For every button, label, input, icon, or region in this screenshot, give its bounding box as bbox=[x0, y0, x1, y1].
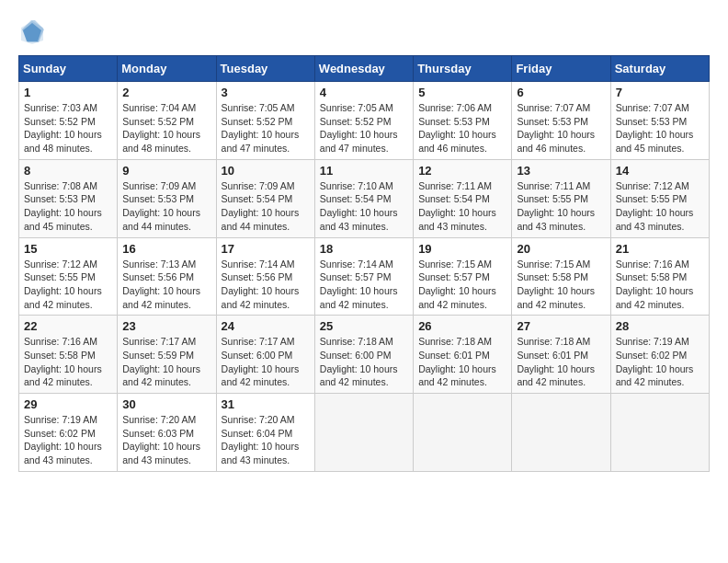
day-cell-26: 26Sunrise: 7:18 AM Sunset: 6:01 PM Dayli… bbox=[414, 316, 512, 394]
day-info: Sunrise: 7:15 AM Sunset: 5:58 PM Dayligh… bbox=[517, 258, 605, 312]
day-info: Sunrise: 7:15 AM Sunset: 5:57 PM Dayligh… bbox=[418, 258, 506, 312]
day-number: 18 bbox=[320, 242, 408, 256]
day-cell-25: 25Sunrise: 7:18 AM Sunset: 6:00 PM Dayli… bbox=[314, 316, 413, 394]
day-cell-3: 3Sunrise: 7:05 AM Sunset: 5:52 PM Daylig… bbox=[216, 82, 314, 160]
day-info: Sunrise: 7:03 AM Sunset: 5:52 PM Dayligh… bbox=[24, 101, 112, 155]
calendar-week-5: 29Sunrise: 7:19 AM Sunset: 6:02 PM Dayli… bbox=[19, 394, 710, 472]
calendar-week-4: 22Sunrise: 7:16 AM Sunset: 5:58 PM Dayli… bbox=[19, 316, 710, 394]
calendar-header: SundayMondayTuesdayWednesdayThursdayFrid… bbox=[19, 56, 710, 82]
day-cell-18: 18Sunrise: 7:14 AM Sunset: 5:57 PM Dayli… bbox=[314, 237, 413, 316]
empty-cell bbox=[414, 394, 512, 472]
day-info: Sunrise: 7:16 AM Sunset: 5:58 PM Dayligh… bbox=[24, 335, 112, 389]
day-cell-8: 8Sunrise: 7:08 AM Sunset: 5:53 PM Daylig… bbox=[19, 159, 118, 237]
day-number: 12 bbox=[418, 164, 506, 178]
day-cell-16: 16Sunrise: 7:13 AM Sunset: 5:56 PM Dayli… bbox=[118, 237, 216, 316]
day-number: 30 bbox=[122, 397, 210, 411]
day-number: 24 bbox=[222, 319, 310, 333]
day-cell-11: 11Sunrise: 7:10 AM Sunset: 5:54 PM Dayli… bbox=[314, 159, 413, 237]
day-header-saturday: Saturday bbox=[610, 56, 709, 82]
day-info: Sunrise: 7:12 AM Sunset: 5:55 PM Dayligh… bbox=[24, 258, 112, 312]
calendar-week-2: 8Sunrise: 7:08 AM Sunset: 5:53 PM Daylig… bbox=[19, 159, 710, 237]
logo-icon bbox=[18, 18, 46, 46]
empty-cell bbox=[512, 394, 610, 472]
day-header-thursday: Thursday bbox=[414, 56, 512, 82]
day-header-wednesday: Wednesday bbox=[314, 56, 413, 82]
day-number: 22 bbox=[24, 319, 112, 333]
calendar-week-1: 1Sunrise: 7:03 AM Sunset: 5:52 PM Daylig… bbox=[19, 82, 710, 160]
day-cell-27: 27Sunrise: 7:18 AM Sunset: 6:01 PM Dayli… bbox=[512, 316, 610, 394]
empty-cell bbox=[314, 394, 413, 472]
day-number: 14 bbox=[616, 164, 704, 178]
day-info: Sunrise: 7:17 AM Sunset: 5:59 PM Dayligh… bbox=[122, 335, 210, 389]
calendar-week-3: 15Sunrise: 7:12 AM Sunset: 5:55 PM Dayli… bbox=[19, 237, 710, 316]
day-info: Sunrise: 7:08 AM Sunset: 5:53 PM Dayligh… bbox=[24, 179, 112, 234]
day-cell-17: 17Sunrise: 7:14 AM Sunset: 5:56 PM Dayli… bbox=[216, 237, 314, 316]
day-number: 27 bbox=[517, 319, 605, 333]
day-info: Sunrise: 7:11 AM Sunset: 5:55 PM Dayligh… bbox=[517, 179, 605, 234]
day-number: 17 bbox=[222, 242, 310, 256]
day-info: Sunrise: 7:18 AM Sunset: 6:01 PM Dayligh… bbox=[517, 335, 605, 389]
day-cell-6: 6Sunrise: 7:07 AM Sunset: 5:53 PM Daylig… bbox=[512, 82, 610, 160]
day-cell-12: 12Sunrise: 7:11 AM Sunset: 5:54 PM Dayli… bbox=[414, 159, 512, 237]
day-cell-28: 28Sunrise: 7:19 AM Sunset: 6:02 PM Dayli… bbox=[610, 316, 709, 394]
day-cell-7: 7Sunrise: 7:07 AM Sunset: 5:53 PM Daylig… bbox=[610, 82, 709, 160]
day-info: Sunrise: 7:11 AM Sunset: 5:54 PM Dayligh… bbox=[418, 179, 506, 234]
day-info: Sunrise: 7:05 AM Sunset: 5:52 PM Dayligh… bbox=[320, 101, 408, 155]
day-number: 23 bbox=[122, 319, 210, 333]
page-header bbox=[18, 18, 710, 46]
day-number: 13 bbox=[517, 164, 605, 178]
day-info: Sunrise: 7:18 AM Sunset: 6:00 PM Dayligh… bbox=[320, 335, 408, 389]
day-number: 25 bbox=[320, 319, 408, 333]
day-info: Sunrise: 7:07 AM Sunset: 5:53 PM Dayligh… bbox=[616, 101, 704, 155]
day-info: Sunrise: 7:07 AM Sunset: 5:53 PM Dayligh… bbox=[517, 101, 605, 155]
day-header-tuesday: Tuesday bbox=[216, 56, 314, 82]
day-number: 15 bbox=[24, 242, 112, 256]
day-number: 3 bbox=[222, 86, 310, 99]
day-cell-2: 2Sunrise: 7:04 AM Sunset: 5:52 PM Daylig… bbox=[118, 82, 216, 160]
day-cell-9: 9Sunrise: 7:09 AM Sunset: 5:53 PM Daylig… bbox=[118, 159, 216, 237]
day-number: 9 bbox=[122, 164, 210, 178]
day-number: 5 bbox=[418, 86, 506, 99]
day-number: 21 bbox=[616, 242, 704, 256]
calendar-table: SundayMondayTuesdayWednesdayThursdayFrid… bbox=[18, 55, 710, 472]
day-info: Sunrise: 7:13 AM Sunset: 5:56 PM Dayligh… bbox=[122, 258, 210, 312]
day-info: Sunrise: 7:19 AM Sunset: 6:02 PM Dayligh… bbox=[616, 335, 704, 389]
day-number: 31 bbox=[222, 397, 310, 411]
day-number: 16 bbox=[122, 242, 210, 256]
day-info: Sunrise: 7:06 AM Sunset: 5:53 PM Dayligh… bbox=[418, 101, 506, 155]
day-cell-4: 4Sunrise: 7:05 AM Sunset: 5:52 PM Daylig… bbox=[314, 82, 413, 160]
day-number: 10 bbox=[222, 164, 310, 178]
day-cell-24: 24Sunrise: 7:17 AM Sunset: 6:00 PM Dayli… bbox=[216, 316, 314, 394]
day-info: Sunrise: 7:14 AM Sunset: 5:57 PM Dayligh… bbox=[320, 258, 408, 312]
day-number: 2 bbox=[122, 86, 210, 99]
day-info: Sunrise: 7:09 AM Sunset: 5:54 PM Dayligh… bbox=[222, 179, 310, 234]
logo bbox=[18, 18, 50, 46]
day-cell-21: 21Sunrise: 7:16 AM Sunset: 5:58 PM Dayli… bbox=[610, 237, 709, 316]
day-cell-19: 19Sunrise: 7:15 AM Sunset: 5:57 PM Dayli… bbox=[414, 237, 512, 316]
day-number: 8 bbox=[24, 164, 112, 178]
day-info: Sunrise: 7:12 AM Sunset: 5:55 PM Dayligh… bbox=[616, 179, 704, 234]
day-number: 19 bbox=[418, 242, 506, 256]
day-header-monday: Monday bbox=[118, 56, 216, 82]
day-info: Sunrise: 7:04 AM Sunset: 5:52 PM Dayligh… bbox=[122, 101, 210, 155]
day-info: Sunrise: 7:14 AM Sunset: 5:56 PM Dayligh… bbox=[222, 258, 310, 312]
day-info: Sunrise: 7:09 AM Sunset: 5:53 PM Dayligh… bbox=[122, 179, 210, 234]
day-info: Sunrise: 7:19 AM Sunset: 6:02 PM Dayligh… bbox=[24, 413, 112, 467]
day-info: Sunrise: 7:20 AM Sunset: 6:04 PM Dayligh… bbox=[222, 413, 310, 467]
day-cell-15: 15Sunrise: 7:12 AM Sunset: 5:55 PM Dayli… bbox=[19, 237, 118, 316]
day-number: 26 bbox=[418, 319, 506, 333]
day-number: 6 bbox=[517, 86, 605, 99]
day-header-friday: Friday bbox=[512, 56, 610, 82]
day-info: Sunrise: 7:10 AM Sunset: 5:54 PM Dayligh… bbox=[320, 179, 408, 234]
day-number: 11 bbox=[320, 164, 408, 178]
day-info: Sunrise: 7:18 AM Sunset: 6:01 PM Dayligh… bbox=[418, 335, 506, 389]
day-cell-10: 10Sunrise: 7:09 AM Sunset: 5:54 PM Dayli… bbox=[216, 159, 314, 237]
day-cell-30: 30Sunrise: 7:20 AM Sunset: 6:03 PM Dayli… bbox=[118, 394, 216, 472]
day-cell-13: 13Sunrise: 7:11 AM Sunset: 5:55 PM Dayli… bbox=[512, 159, 610, 237]
empty-cell bbox=[610, 394, 709, 472]
day-number: 28 bbox=[616, 319, 704, 333]
day-cell-14: 14Sunrise: 7:12 AM Sunset: 5:55 PM Dayli… bbox=[610, 159, 709, 237]
day-cell-22: 22Sunrise: 7:16 AM Sunset: 5:58 PM Dayli… bbox=[19, 316, 118, 394]
day-cell-20: 20Sunrise: 7:15 AM Sunset: 5:58 PM Dayli… bbox=[512, 237, 610, 316]
day-number: 4 bbox=[320, 86, 408, 99]
